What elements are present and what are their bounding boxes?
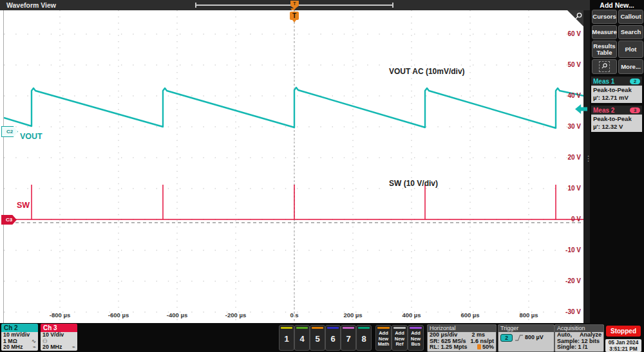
meas2-name: Meas 2: [593, 107, 614, 114]
add-new-math-button[interactable]: Add New Math: [375, 325, 392, 351]
measurement-badge-meas1[interactable]: Meas 1 2 Peak-to-Peak µ': 12.71 mV: [591, 77, 642, 103]
source-button-7[interactable]: 7: [341, 325, 356, 351]
meas1-source-badge: 2: [630, 79, 640, 84]
more-button[interactable]: More...: [618, 59, 643, 74]
y-tick-label: 10 V: [567, 185, 581, 192]
meas2-value: µ': 12.32 V: [593, 123, 640, 131]
source-button-1[interactable]: 1: [279, 325, 294, 351]
x-tick-label: 800 µs: [519, 311, 538, 319]
waveform-svg: [4, 10, 584, 323]
titlebar: Waveform View T: [0, 0, 590, 10]
bandwidth-icon: ⌁: [72, 344, 75, 351]
acquisition-panel[interactable]: Acquisition Auto,Analyze Sample: 12 bits…: [554, 324, 604, 352]
meas2-source-badge: 3: [630, 107, 640, 113]
channel-color-stripe: [281, 327, 292, 329]
horizontal-panel[interactable]: Horizontal 200 µs/div2 ms SR: 625 MS/s1.…: [427, 324, 497, 352]
trigger-flag[interactable]: T: [290, 12, 299, 20]
channel-color-stripe: [343, 327, 354, 329]
h-record-length: RL: 1.25 Mpts: [430, 344, 468, 351]
x-tick-label: 200 µs: [343, 311, 362, 319]
run-stop-status-button[interactable]: Stopped: [606, 326, 641, 337]
search-button[interactable]: Search: [618, 25, 643, 39]
y-tick-label: 30 V: [567, 123, 581, 130]
bandwidth-icon: ⌁: [33, 344, 36, 351]
source-button-6[interactable]: 6: [325, 325, 341, 351]
sw-trace: [4, 185, 584, 219]
rising-edge-icon: [515, 334, 524, 342]
trigger-panel[interactable]: Trigger 2 800 µV: [498, 324, 554, 352]
source-button-4[interactable]: 4: [294, 325, 310, 351]
x-tick-label: -800 µs: [50, 311, 70, 319]
trigger-position-icon: [477, 344, 481, 349]
source-color-stripe: [410, 327, 422, 329]
zoom-mode-button[interactable]: [592, 59, 617, 74]
measure-button[interactable]: Measure: [592, 25, 617, 39]
plot-button[interactable]: Plot: [618, 41, 643, 58]
results-table-button[interactable]: Results Table: [592, 41, 617, 58]
add-new-bus-button[interactable]: Add New Bus: [408, 325, 424, 351]
results-sidebar: Add New... Cursors Callout Measure Searc…: [590, 0, 644, 352]
waveform-canvas[interactable]: T 60 V50 V40 V30 V20 V10 V0 V-10 V-20 V-…: [3, 10, 584, 323]
channel-color-stripe: [296, 327, 308, 329]
meas1-name: Meas 1: [593, 78, 614, 85]
y-tick-label: -20 V: [565, 277, 581, 284]
cursors-button[interactable]: Cursors: [592, 10, 617, 24]
source-color-stripe: [393, 327, 406, 329]
vout-trace-label: VOUT: [20, 132, 43, 141]
source-button-5[interactable]: 5: [310, 325, 325, 351]
ch3-bandwidth: 20 MHz: [43, 344, 62, 350]
y-tick-label: 60 V: [567, 30, 581, 37]
trigger-title: Trigger: [498, 325, 554, 332]
x-tick-label: 600 µs: [460, 311, 479, 319]
channel-color-stripe: [327, 327, 339, 329]
zoom-box-icon: [599, 61, 610, 72]
add-new-ref-button[interactable]: Add New Ref: [392, 325, 408, 351]
meas1-type: Peak-to-Peak: [593, 86, 640, 94]
meas2-type: Peak-to-Peak: [593, 115, 640, 123]
probe-icon: ⚇: [43, 338, 48, 344]
source-button-8[interactable]: 8: [356, 325, 372, 351]
channel3-badge[interactable]: Ch 3 10 V/div ⚇ 20 MHz⌁: [41, 324, 77, 351]
settings-bar: Ch 2 10 mV/div 1 MΩ∿ 20 MHz⌁ Ch 3 10 V/d…: [0, 323, 644, 352]
trigger-level: 800 µV: [525, 334, 544, 340]
meas1-value: µ': 12.71 mV: [593, 94, 640, 102]
sw-annotation: SW (10 V/div): [389, 179, 438, 188]
x-tick-label: -400 µs: [167, 311, 187, 319]
channel2-badge[interactable]: Ch 2 10 mV/div 1 MΩ∿ 20 MHz⌁: [1, 324, 38, 351]
h-position: 50%: [477, 344, 494, 351]
measurement-badge-meas2[interactable]: Meas 2 3 Peak-to-Peak µ': 12.32 V: [591, 106, 642, 132]
vout-annotation: VOUT AC (10mV/div): [389, 67, 465, 76]
vout-trace: [4, 88, 584, 128]
sw-trace-label: SW: [17, 201, 30, 210]
callout-button[interactable]: Callout: [618, 10, 643, 24]
y-tick-label: 40 V: [567, 92, 581, 99]
x-tick-label: 400 µs: [402, 311, 421, 319]
x-tick-label: 0 s: [290, 311, 298, 319]
y-tick-label: 20 V: [567, 154, 581, 161]
ch2-impedance: 1 MΩ: [3, 338, 17, 344]
channel-color-stripe: [358, 327, 370, 329]
source-color-stripe: [377, 327, 390, 329]
view-title: Waveform View: [6, 0, 56, 10]
x-tick-label: -200 µs: [225, 311, 246, 319]
acq-single: Single: 1 /1: [557, 344, 601, 351]
x-tick-label: -600 µs: [108, 311, 129, 319]
datetime-display: 05 Jan 2024 3:51:21 PM: [605, 339, 641, 352]
y-tick-label: -30 V: [565, 308, 581, 315]
plot-side-scrollbar[interactable]: ⋮: [583, 10, 590, 323]
time: 3:51:21 PM: [605, 346, 641, 352]
y-tick-label: -10 V: [565, 246, 581, 254]
add-new-header: Add New...: [590, 1, 644, 9]
y-tick-label: 0 V: [571, 216, 581, 223]
y-tick-label: 50 V: [567, 61, 581, 68]
ch2-bandwidth: 20 MHz: [3, 344, 23, 350]
channel-color-stripe: [312, 327, 323, 329]
trigger-source-badge: 2: [500, 334, 513, 342]
record-view-bracket[interactable]: T: [195, 3, 393, 8]
